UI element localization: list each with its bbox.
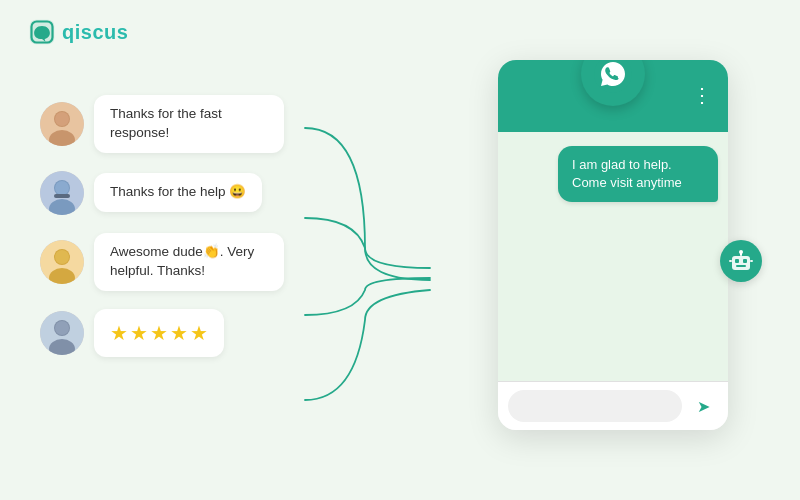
user-2-avatar [40,171,84,215]
stars-rating: ★ ★ ★ ★ ★ [110,319,208,347]
star-4: ★ [170,319,188,347]
star-3: ★ [150,319,168,347]
bubble-3: Awesome dude👏. Very helpful. Thanks! [94,233,284,291]
svg-rect-10 [54,194,70,198]
bubble-1: Thanks for the fast response! [94,95,284,153]
more-options-dots[interactable]: ⋮ [692,85,714,105]
svg-rect-22 [743,259,747,263]
svg-point-9 [55,181,69,195]
chat-list: Thanks for the fast response! Thanks for… [40,95,284,357]
logo-area: qiscus [28,18,128,46]
chat-row-4: ★ ★ ★ ★ ★ [40,309,284,357]
bubble-3-text: Awesome dude👏. Very helpful. Thanks! [110,244,254,278]
send-button[interactable]: ➤ [688,390,718,422]
svg-point-18 [55,321,69,335]
svg-point-5 [55,112,69,126]
message-input[interactable] [508,390,682,422]
bubble-4: ★ ★ ★ ★ ★ [94,309,224,357]
chat-row-2: Thanks for the help 😀 [40,171,284,215]
user-4-avatar [40,311,84,355]
logo-text: qiscus [62,21,128,44]
whatsapp-icon [594,60,632,93]
svg-rect-26 [729,260,732,262]
user-3-avatar [40,240,84,284]
chat-row-1: Thanks for the fast response! [40,95,284,153]
bubble-2: Thanks for the help 😀 [94,173,262,212]
svg-rect-27 [750,260,753,262]
user-1-avatar [40,102,84,146]
qiscus-logo-icon [28,18,56,46]
phone-input-area: ➤ [498,381,728,430]
svg-point-14 [55,250,69,264]
star-5: ★ [190,319,208,347]
outgoing-message: I am glad to help. Come visit anytime [558,146,718,202]
star-2: ★ [130,319,148,347]
bubble-2-text: Thanks for the help 😀 [110,184,246,199]
svg-point-25 [739,250,743,254]
svg-rect-23 [736,265,746,267]
phone-ui: ⋮ I am glad to help. Come visit anytime … [498,60,728,430]
phone-chat-area: I am glad to help. Come visit anytime [498,132,728,381]
chat-row-3: Awesome dude👏. Very helpful. Thanks! [40,233,284,291]
bubble-1-text: Thanks for the fast response! [110,106,222,140]
robot-icon [720,240,762,282]
svg-rect-20 [732,256,750,270]
star-1: ★ [110,319,128,347]
svg-rect-21 [735,259,739,263]
robot-face-icon [728,248,754,274]
